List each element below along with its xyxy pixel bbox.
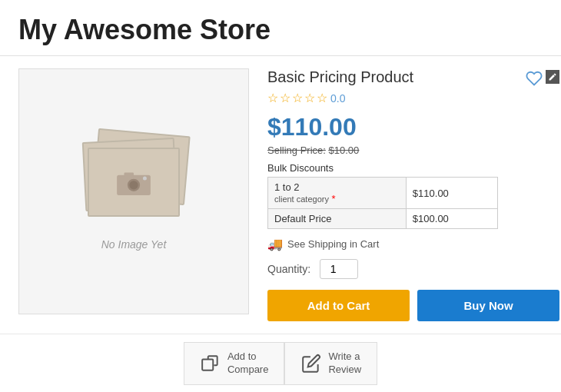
add-compare-label: Add toCompare xyxy=(227,350,268,377)
store-header: My Awesome Store xyxy=(0,0,561,56)
bulk-discounts-table: 1 to 2 client category * $110.00 Default… xyxy=(267,177,498,229)
bottom-actions: Add toCompare Write aReview xyxy=(0,334,561,392)
add-to-cart-button[interactable]: Add to Cart xyxy=(267,290,410,321)
product-top-row: Basic Pricing Product xyxy=(267,68,559,91)
required-mark: * xyxy=(332,193,336,204)
edit-icon[interactable] xyxy=(546,70,559,84)
camera-icon-3 xyxy=(115,167,153,198)
star-1: ☆ xyxy=(267,91,278,105)
svg-point-14 xyxy=(143,177,147,181)
write-review-icon xyxy=(300,353,322,374)
write-review-label: Write aReview xyxy=(328,350,361,377)
selling-price-original: $10.00 xyxy=(329,145,360,156)
product-rating-row: ☆ ☆ ☆ ☆ ☆ 0.0 xyxy=(267,91,559,105)
bulk-row-1: 1 to 2 client category * $110.00 xyxy=(268,178,498,209)
selling-price-row: Selling Price: $10.00 xyxy=(267,145,559,156)
star-4: ☆ xyxy=(304,91,315,105)
bulk-row-1-label: 1 to 2 client category * xyxy=(268,178,407,209)
rating-value: 0.0 xyxy=(330,92,345,105)
bulk-row-2: Default Price $100.00 xyxy=(268,209,498,229)
shipping-row: 🚚 See Shipping in Cart xyxy=(267,237,559,251)
quantity-label: Quantity: xyxy=(267,263,310,275)
svg-rect-15 xyxy=(202,359,213,370)
shipping-link[interactable]: See Shipping in Cart xyxy=(287,238,379,250)
add-compare-button[interactable]: Add toCompare xyxy=(184,342,284,385)
bulk-discounts-label: Bulk Discounts xyxy=(267,162,559,174)
star-2: ☆ xyxy=(280,91,290,105)
photo-card-3 xyxy=(88,148,180,217)
product-section: No Image Yet Basic Pricing Product xyxy=(0,56,561,334)
star-5: ☆ xyxy=(317,91,327,105)
quantity-input[interactable] xyxy=(320,259,358,279)
button-row: Add to Cart Buy Now xyxy=(267,290,559,321)
quantity-row: Quantity: xyxy=(267,259,559,279)
star-3: ☆ xyxy=(292,91,303,105)
product-icons xyxy=(526,70,559,87)
product-stars: ☆ ☆ ☆ ☆ ☆ xyxy=(267,91,327,105)
product-price: $110.00 xyxy=(267,113,559,141)
store-title: My Awesome Store xyxy=(18,14,543,46)
compare-icon xyxy=(200,353,221,374)
selling-price-label: Selling Price: xyxy=(267,145,326,156)
bulk-row-2-price: $100.00 xyxy=(406,209,497,229)
product-name: Basic Pricing Product xyxy=(267,68,413,86)
truck-icon: 🚚 xyxy=(267,237,283,251)
write-review-button[interactable]: Write aReview xyxy=(284,342,377,385)
bulk-row-2-label: Default Price xyxy=(268,209,407,229)
product-image-container: No Image Yet xyxy=(18,68,249,314)
no-image-text: No Image Yet xyxy=(101,238,167,251)
wishlist-heart-icon[interactable] xyxy=(526,70,543,87)
svg-point-12 xyxy=(129,181,138,189)
buy-now-button[interactable]: Buy Now xyxy=(417,290,559,321)
no-image-placeholder: No Image Yet xyxy=(19,69,248,314)
bulk-row-1-price: $110.00 xyxy=(406,178,497,209)
image-stack xyxy=(72,132,195,232)
svg-rect-13 xyxy=(124,173,134,177)
product-details: Basic Pricing Product ☆ ☆ ☆ ☆ xyxy=(261,68,559,321)
